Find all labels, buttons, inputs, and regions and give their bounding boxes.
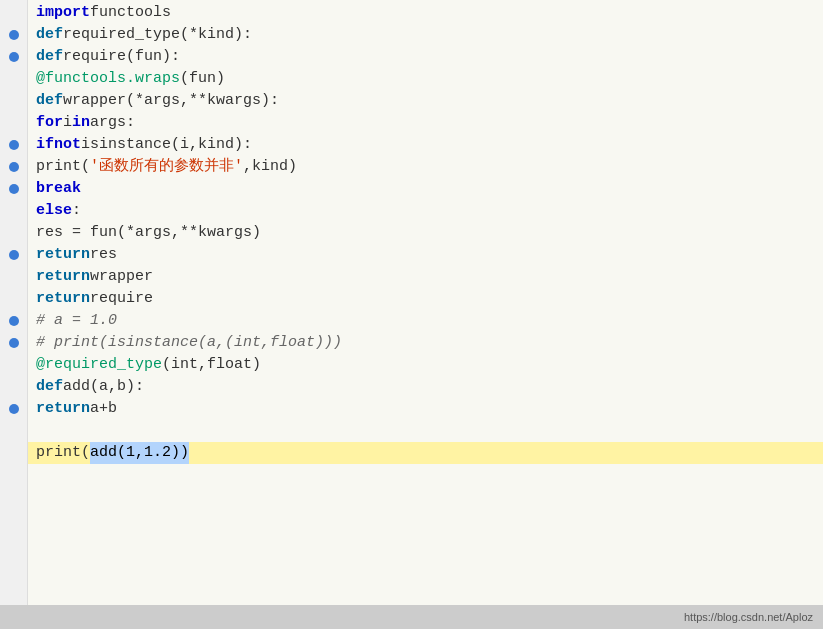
code-line: for i in args: (28, 112, 823, 134)
breakpoint-dot (9, 338, 19, 348)
gutter (0, 0, 28, 605)
gutter-marker (7, 266, 21, 288)
gutter-marker (7, 398, 21, 420)
breakpoint-dot (9, 140, 19, 150)
gutter-marker (7, 2, 21, 24)
code-line: print('函数所有的参数并非',kind) (28, 156, 823, 178)
code-line: def require(fun): (28, 46, 823, 68)
code-line: return require (28, 288, 823, 310)
code-editor: import functoolsdef required_type(*kind)… (0, 0, 823, 605)
gutter-marker (7, 310, 21, 332)
code-line: if not isinstance(i,kind): (28, 134, 823, 156)
code-line: break (28, 178, 823, 200)
gutter-marker (7, 156, 21, 178)
code-line: print(add(1,1.2)) (28, 442, 823, 464)
gutter-marker (7, 442, 21, 464)
code-line: return a+b (28, 398, 823, 420)
code-line (28, 420, 823, 442)
gutter-marker (7, 112, 21, 134)
breakpoint-dot (9, 250, 19, 260)
code-line: # a = 1.0 (28, 310, 823, 332)
gutter-marker (7, 332, 21, 354)
code-area: import functoolsdef required_type(*kind)… (0, 0, 823, 605)
breakpoint-dot (9, 162, 19, 172)
gutter-marker (7, 288, 21, 310)
breakpoint-dot (9, 52, 19, 62)
footer-url: https://blog.csdn.net/Aploz (684, 611, 813, 623)
gutter-marker (7, 134, 21, 156)
gutter-marker (7, 420, 21, 442)
code-line: def add(a,b): (28, 376, 823, 398)
code-lines[interactable]: import functoolsdef required_type(*kind)… (28, 0, 823, 605)
code-line: # print(isinstance(a,(int,float))) (28, 332, 823, 354)
footer-bar: https://blog.csdn.net/Aploz (0, 605, 823, 629)
gutter-marker (7, 222, 21, 244)
gutter-marker (7, 46, 21, 68)
code-line: import functools (28, 2, 823, 24)
gutter-marker (7, 376, 21, 398)
gutter-marker (7, 244, 21, 266)
code-line: else: (28, 200, 823, 222)
code-line: return wrapper (28, 266, 823, 288)
gutter-marker (7, 200, 21, 222)
code-line: return res (28, 244, 823, 266)
code-line: def wrapper(*args,**kwargs): (28, 90, 823, 112)
breakpoint-dot (9, 184, 19, 194)
code-line: @functools.wraps(fun) (28, 68, 823, 90)
breakpoint-dot (9, 404, 19, 414)
code-line: @required_type(int,float) (28, 354, 823, 376)
code-line: def required_type(*kind): (28, 24, 823, 46)
breakpoint-dot (9, 316, 19, 326)
code-line: res = fun(*args,**kwargs) (28, 222, 823, 244)
gutter-marker (7, 178, 21, 200)
gutter-marker (7, 90, 21, 112)
gutter-marker (7, 24, 21, 46)
gutter-marker (7, 354, 21, 376)
breakpoint-dot (9, 30, 19, 40)
gutter-marker (7, 68, 21, 90)
